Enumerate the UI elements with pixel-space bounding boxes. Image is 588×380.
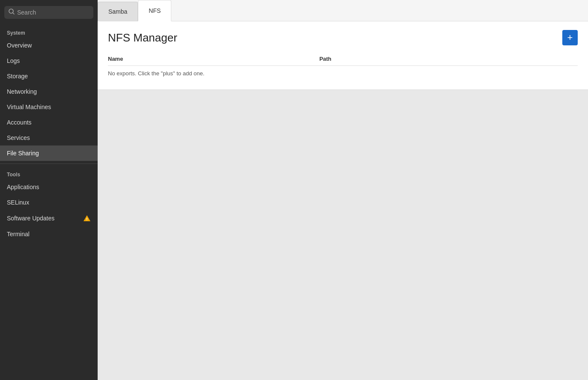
search-input[interactable] — [17, 9, 89, 16]
warning-icon: ! — [83, 214, 91, 222]
nfs-header: NFS Manager + — [108, 30, 578, 45]
sidebar-item-accounts[interactable]: Accounts — [0, 115, 98, 130]
page-title: NFS Manager — [108, 31, 177, 45]
svg-line-1 — [13, 13, 14, 14]
sidebar-item-software-updates[interactable]: Software Updates ! — [0, 210, 98, 226]
main-content: Samba NFS NFS Manager + Name Path No exp… — [98, 0, 588, 380]
system-section-label: System — [0, 25, 98, 38]
tools-section-label: Tools — [0, 166, 98, 179]
table-empty-row: No exports. Click the "plus" to add one. — [108, 66, 578, 81]
tab-nfs[interactable]: NFS — [138, 0, 171, 21]
add-export-button[interactable]: + — [562, 30, 578, 45]
sidebar: System Overview Logs Storage Networking … — [0, 0, 98, 380]
sidebar-item-selinux[interactable]: SELinux — [0, 195, 98, 210]
search-container — [0, 0, 98, 25]
sidebar-item-virtual-machines[interactable]: Virtual Machines — [0, 99, 98, 115]
search-box — [4, 6, 93, 19]
sidebar-item-file-sharing[interactable]: File Sharing — [0, 145, 98, 161]
tab-bar: Samba NFS — [98, 0, 588, 21]
search-icon — [9, 9, 15, 16]
nfs-panel: NFS Manager + Name Path No exports. Clic… — [98, 21, 588, 90]
svg-text:!: ! — [87, 217, 88, 221]
column-header-name: Name — [108, 52, 319, 66]
empty-message: No exports. Click the "plus" to add one. — [108, 66, 578, 81]
sidebar-item-services[interactable]: Services — [0, 130, 98, 145]
sidebar-item-terminal[interactable]: Terminal — [0, 226, 98, 242]
tab-samba[interactable]: Samba — [98, 2, 138, 21]
sidebar-item-overview[interactable]: Overview — [0, 38, 98, 53]
sidebar-item-networking[interactable]: Networking — [0, 84, 98, 99]
content-area: NFS Manager + Name Path No exports. Clic… — [98, 21, 588, 380]
sidebar-item-storage[interactable]: Storage — [0, 68, 98, 84]
sidebar-item-applications[interactable]: Applications — [0, 179, 98, 195]
sidebar-item-logs[interactable]: Logs — [0, 53, 98, 68]
sidebar-divider — [0, 163, 98, 164]
nfs-table: Name Path No exports. Click the "plus" t… — [108, 52, 578, 81]
software-updates-label: Software Updates — [7, 215, 54, 222]
column-header-path: Path — [319, 52, 578, 66]
